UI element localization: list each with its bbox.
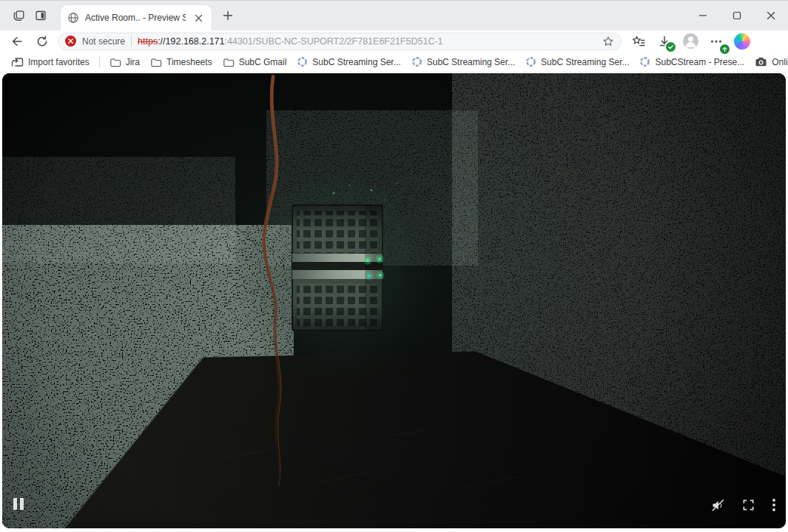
favorites-list-icon: [631, 35, 646, 48]
muted-speaker-icon: [711, 499, 725, 512]
update-available-badge: [718, 43, 731, 55]
pause-button[interactable]: [13, 498, 24, 510]
vignette: [2, 73, 786, 528]
video-frame: [2, 73, 786, 528]
plus-icon: [223, 10, 233, 21]
import-favorites-icon: [11, 56, 24, 68]
check-icon: [666, 42, 676, 52]
favorite-item-subc-streaming-1[interactable]: SubC Streaming Ser...: [292, 54, 405, 70]
ring-icon: [411, 56, 422, 67]
download-complete-badge: [664, 41, 677, 53]
fav-label: Timesheets: [166, 57, 212, 67]
unmute-button[interactable]: [711, 499, 725, 512]
add-favorite-button[interactable]: [602, 36, 614, 47]
ring-icon: [297, 56, 308, 67]
fullscreen-icon: [742, 499, 755, 511]
fullscreen-button[interactable]: [742, 499, 755, 511]
star-icon: [602, 36, 614, 47]
favorite-item-timesheets[interactable]: Timesheets: [145, 54, 218, 70]
favorite-item-subc-streaming-3[interactable]: SubC Streaming Ser...: [520, 54, 634, 70]
new-tab-button[interactable]: [218, 5, 238, 26]
camera-icon: [755, 56, 767, 67]
tab-actions-button[interactable]: [30, 4, 52, 27]
active-tab[interactable]: Active Room.. - Preview Started: [61, 5, 212, 30]
pause-icon: [13, 498, 17, 510]
favorite-item-exif-viewer[interactable]: Online EXIF Viewer -...: [750, 54, 788, 70]
maximize-button[interactable]: [720, 1, 754, 30]
url-scheme: https: [138, 36, 158, 47]
page-content: [0, 73, 788, 532]
favorites-button[interactable]: [629, 32, 648, 51]
address-bar[interactable]: Not secure https://192.168.2.171:44301/S…: [58, 33, 622, 50]
tab-close-button[interactable]: [192, 11, 205, 24]
close-window-button[interactable]: [754, 1, 788, 30]
fav-label: Jira: [126, 57, 140, 67]
ring-icon: [525, 56, 536, 67]
close-icon: [195, 14, 203, 22]
address-separator: [131, 36, 132, 47]
person-icon: [683, 33, 698, 49]
toolbar-right-actions: [629, 32, 752, 51]
folder-icon: [223, 56, 235, 68]
url-text: https://192.168.2.171:44301/SUBC-NC-SUPO…: [138, 36, 596, 47]
copilot-button[interactable]: [733, 32, 752, 51]
folder-icon: [150, 56, 162, 68]
profile-button[interactable]: [681, 32, 700, 51]
tab-strip: Active Room.. - Preview Started: [0, 1, 788, 30]
back-arrow-icon: [10, 35, 24, 48]
toolbar: Not secure https://192.168.2.171:44301/S…: [0, 30, 788, 52]
settings-menu-button[interactable]: [707, 32, 726, 51]
url-path: :44301/SUBC-NC-SUPORT2/2F781E6F21F5D51C-…: [225, 36, 443, 47]
not-secure-badge[interactable]: [65, 36, 76, 47]
folder-icon: [110, 56, 121, 68]
favorite-item-jira[interactable]: Jira: [104, 54, 145, 70]
favorite-item-subc-gmail[interactable]: SubC Gmail: [218, 54, 292, 70]
window-controls: [686, 1, 788, 30]
corridor-scene: [2, 73, 786, 528]
close-icon: [767, 11, 775, 20]
security-label: Not secure: [82, 36, 125, 47]
copilot-icon: [734, 33, 750, 50]
player-controls-right: [711, 498, 776, 512]
back-button[interactable]: [7, 32, 27, 51]
fav-label: SubC Streaming Ser...: [541, 57, 629, 67]
browser-window: Active Room.. - Preview Started: [0, 0, 788, 532]
tab-actions-icon: [34, 9, 47, 22]
avatar: [683, 33, 698, 49]
globe-favicon-icon: [67, 12, 79, 24]
fav-label: Online EXIF Viewer -...: [772, 57, 788, 67]
fav-label: Import favorites: [28, 57, 90, 67]
fav-label: SubC Streaming Ser...: [427, 57, 515, 67]
tab-title: Active Room.. - Preview Started: [85, 13, 186, 23]
import-favorites-button[interactable]: Import favorites: [6, 54, 95, 70]
minimize-button[interactable]: [686, 1, 720, 30]
fav-label: SubC Streaming Ser...: [312, 57, 400, 67]
url-host: ://192.168.2.171: [158, 36, 224, 47]
favorite-item-subcstream-presenter[interactable]: SubCStream - Prese...: [634, 54, 750, 70]
minimize-icon: [698, 11, 707, 20]
favorites-separator: [99, 56, 100, 67]
downloads-button[interactable]: [655, 32, 674, 51]
up-arrow-icon: [720, 44, 730, 54]
refresh-icon: [36, 35, 49, 48]
fav-label: SubC Gmail: [239, 57, 287, 67]
favorite-item-subc-streaming-2[interactable]: SubC Streaming Ser...: [406, 54, 520, 70]
workspaces-button[interactable]: [7, 4, 30, 27]
workspaces-icon: [12, 9, 26, 23]
favorites-bar: Import favorites Jira Timesheets SubC Gm…: [0, 52, 788, 73]
ring-icon: [639, 56, 650, 67]
refresh-button[interactable]: [33, 32, 52, 51]
video-player[interactable]: [2, 73, 786, 528]
fav-label: SubCStream - Prese...: [655, 57, 744, 67]
not-secure-icon: [65, 36, 76, 47]
kebab-menu-icon: [772, 498, 776, 512]
more-options-button[interactable]: [772, 498, 776, 512]
maximize-icon: [733, 11, 741, 20]
